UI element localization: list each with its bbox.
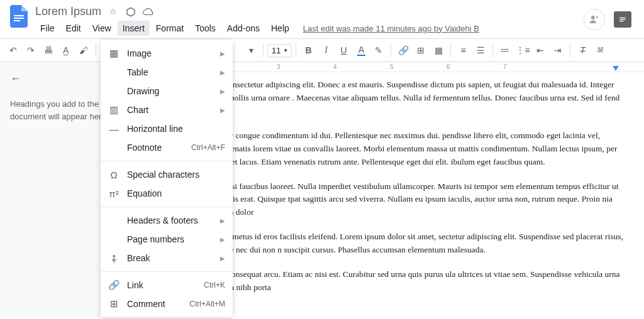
outline-placeholder: Headings you add to the document will ap… xyxy=(10,98,109,122)
menu-format[interactable]: Format xyxy=(151,21,189,36)
menu-file[interactable]: File xyxy=(35,21,60,36)
break-icon: ⭻ xyxy=(108,253,119,264)
chevron-right-icon: ▶ xyxy=(220,236,225,243)
insert-chart[interactable]: ▥Chart▶ xyxy=(101,100,233,119)
chevron-right-icon: ▶ xyxy=(220,88,225,95)
insert-link-button[interactable]: 🔗 xyxy=(395,42,411,58)
comments-icon[interactable] xyxy=(614,11,631,28)
highlight-button[interactable]: ✎ xyxy=(370,42,387,58)
align-button[interactable]: ≡ xyxy=(455,42,471,58)
cloud-icon[interactable] xyxy=(143,6,154,18)
chevron-right-icon: ▶ xyxy=(220,107,225,114)
document-title[interactable]: Lorem Ipsum xyxy=(35,5,101,18)
svg-point-4 xyxy=(596,16,598,18)
underline-button[interactable]: U xyxy=(335,42,352,58)
menu-addons[interactable]: Add-ons xyxy=(222,21,265,36)
svg-rect-0 xyxy=(14,15,24,16)
svg-point-3 xyxy=(591,16,595,19)
insert-horizontal-line[interactable]: —Horizontal line xyxy=(101,119,233,138)
insert-footnote[interactable]: FootnoteCtrl+Alt+F xyxy=(101,138,233,157)
zoom-dropdown[interactable]: ▾ xyxy=(243,42,259,58)
insert-dropdown: ▦Image▶ Table▶ Drawing▶ ▥Chart▶ —Horizon… xyxy=(101,40,233,317)
insert-special-characters[interactable]: ΩSpecial characters xyxy=(101,165,233,184)
paint-format-button[interactable]: 🖌 xyxy=(75,42,92,58)
menu-edit[interactable]: Edit xyxy=(61,21,86,36)
insert-break[interactable]: ⭻Break▶ xyxy=(101,249,233,268)
chart-icon: ▥ xyxy=(108,104,119,116)
insert-equation[interactable]: π²Equation xyxy=(101,184,233,203)
comment-icon: ⊞ xyxy=(108,298,119,310)
increase-indent-button[interactable]: ⇥ xyxy=(550,42,566,58)
bold-button[interactable]: B xyxy=(300,42,316,58)
insert-image[interactable]: ▦Image▶ xyxy=(101,44,233,63)
last-edit-link[interactable]: Last edit was made 11 minutes ago by Vai… xyxy=(303,24,479,33)
insert-page-numbers[interactable]: Page numbers▶ xyxy=(101,230,233,249)
star-icon[interactable]: ☆ xyxy=(108,6,119,18)
docs-logo[interactable] xyxy=(8,5,30,28)
insert-comment[interactable]: ⊞CommentCtrl+Alt+M xyxy=(101,295,233,313)
redo-button[interactable]: ↷ xyxy=(23,42,39,58)
insert-headers-footers[interactable]: Headers & footers▶ xyxy=(101,211,233,230)
clear-formatting-button[interactable]: T̶ xyxy=(574,42,591,58)
insert-link[interactable]: 🔗LinkCtrl+K xyxy=(101,276,233,295)
menu-help[interactable]: Help xyxy=(266,21,294,36)
menu-view[interactable]: View xyxy=(87,21,116,36)
chevron-right-icon: ▶ xyxy=(220,50,225,57)
numbered-list-button[interactable]: ≔ xyxy=(497,42,513,58)
insert-image-button[interactable]: ▦ xyxy=(430,42,447,58)
font-size-input[interactable]: 11▾ xyxy=(267,44,292,57)
bulleted-list-button[interactable]: ⋮≡ xyxy=(514,42,531,58)
chevron-right-icon: ▶ xyxy=(220,255,225,262)
pi-icon: π² xyxy=(108,188,119,199)
add-comment-button[interactable]: ⊞ xyxy=(413,42,429,58)
print-button[interactable]: 🖶 xyxy=(40,42,57,58)
svg-rect-5 xyxy=(619,18,625,18)
decrease-indent-button[interactable]: ⇤ xyxy=(532,42,548,58)
line-icon: — xyxy=(108,124,119,134)
menu-tools[interactable]: Tools xyxy=(190,21,221,36)
back-arrow-icon[interactable]: ← xyxy=(10,72,109,85)
line-spacing-button[interactable]: ☰ xyxy=(472,42,489,58)
svg-rect-2 xyxy=(14,20,20,21)
insert-table[interactable]: Table▶ xyxy=(101,63,233,82)
input-tools-button[interactable]: अ xyxy=(592,42,608,58)
svg-rect-6 xyxy=(619,19,625,19)
insert-drawing[interactable]: Drawing▶ xyxy=(101,82,233,100)
menu-insert[interactable]: Insert xyxy=(118,21,150,36)
text-color-button[interactable]: A xyxy=(353,42,369,58)
spellcheck-button[interactable]: A̲ xyxy=(58,42,74,58)
account-icon[interactable] xyxy=(584,9,605,30)
svg-rect-1 xyxy=(14,18,24,19)
italic-button[interactable]: I xyxy=(318,42,334,58)
omega-icon: Ω xyxy=(108,170,119,180)
ruler-marker-icon[interactable] xyxy=(613,66,619,71)
link-icon: 🔗 xyxy=(108,279,119,291)
chevron-right-icon: ▶ xyxy=(220,217,225,224)
toolbar: ↶ ↷ 🖶 A̲ 🖌 ▾ 11▾ B I U A ✎ 🔗 ⊞ ▦ ≡ ☰ ≔ ⋮… xyxy=(0,38,644,62)
svg-rect-7 xyxy=(619,21,623,21)
move-icon[interactable] xyxy=(125,6,136,18)
chevron-right-icon: ▶ xyxy=(220,69,225,76)
image-icon: ▦ xyxy=(108,48,119,59)
undo-button[interactable]: ↶ xyxy=(5,42,21,58)
